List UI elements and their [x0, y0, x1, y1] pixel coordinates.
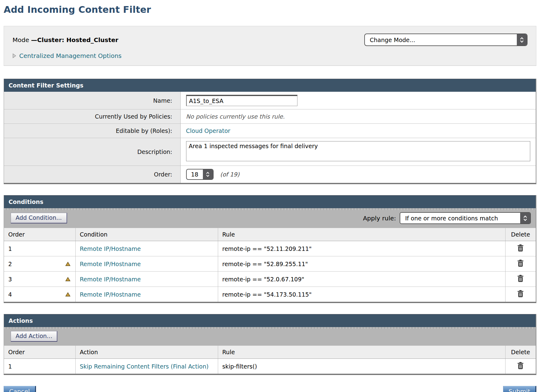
action-rule: skip-filters(): [218, 359, 505, 374]
change-mode-select[interactable]: Change Mode...: [364, 34, 527, 46]
apply-rule-select-value: If one or more conditions match: [400, 213, 503, 223]
col-rule: Rule: [218, 346, 505, 359]
editable-label: Editable by (Roles):: [4, 124, 180, 138]
mode-value: —Cluster: Hosted_Cluster: [31, 36, 118, 44]
settings-row-editable: Editable by (Roles): Cloud Operator: [4, 124, 536, 138]
mode-box: Mode —Cluster: Hosted_Cluster Change Mod…: [4, 26, 536, 66]
actions-table: Order Action Rule Delete 1 Skip Remainin…: [4, 346, 536, 374]
col-delete: Delete: [505, 346, 536, 359]
action-order: 1: [4, 359, 75, 374]
actions-panel: Actions Add Action... Order Action Rule …: [4, 314, 536, 375]
policies-label: Currently Used by Policies:: [4, 109, 180, 124]
delete-icon[interactable]: [517, 290, 524, 298]
actions-toolbar: Add Action...: [4, 327, 536, 346]
col-action: Action: [75, 346, 218, 359]
footer: Cancel Submit: [4, 386, 536, 392]
settings-row-order: Order: 18 (of 19): [4, 166, 536, 183]
add-action-button[interactable]: Add Action...: [11, 331, 57, 342]
condition-link[interactable]: Remote IP/Hostname: [80, 291, 141, 298]
centralized-management-row: Centralized Management Options: [13, 52, 527, 59]
delete-icon[interactable]: [517, 259, 524, 267]
add-condition-button[interactable]: Add Condition...: [11, 213, 67, 223]
select-stepper-icon: [520, 213, 530, 223]
select-stepper-icon: [517, 34, 527, 45]
condition-link[interactable]: Remote IP/Hostname: [80, 261, 141, 267]
condition-row: 4 Remote IP/Hostname remote-ip == "54.17…: [4, 287, 536, 302]
name-input[interactable]: [186, 95, 297, 106]
actions-header: Actions: [4, 314, 536, 327]
order-select-value: 18: [187, 169, 203, 179]
condition-order: 2: [8, 261, 12, 267]
order-select[interactable]: 18: [186, 169, 214, 180]
page-root: Add Incoming Content Filter Mode —Cluste…: [0, 0, 540, 392]
select-stepper-icon: [203, 169, 213, 179]
order-label: Order:: [4, 166, 180, 183]
delete-icon[interactable]: [517, 275, 524, 282]
settings-row-name: Name:: [4, 92, 536, 109]
settings-row-policies: Currently Used by Policies: No policies …: [4, 109, 536, 124]
cancel-button[interactable]: Cancel: [4, 386, 36, 392]
name-label: Name:: [4, 92, 180, 109]
condition-row: 3 Remote IP/Hostname remote-ip == "52.0.…: [4, 272, 536, 287]
col-rule: Rule: [218, 228, 505, 241]
conditions-toolbar: Add Condition... Apply rule: If one or m…: [4, 208, 536, 228]
apply-rule-select[interactable]: If one or more conditions match: [400, 212, 531, 224]
conditions-table-header-row: Order Condition Rule Delete: [4, 228, 536, 241]
condition-order: 4: [8, 291, 12, 298]
page-title: Add Incoming Content Filter: [4, 4, 536, 15]
actions-table-header-row: Order Action Rule Delete: [4, 346, 536, 359]
conditions-table: Order Condition Rule Delete 1 Remote IP/…: [4, 228, 536, 302]
expand-icon[interactable]: [13, 53, 16, 58]
col-order: Order: [4, 228, 75, 241]
action-row: 1 Skip Remaining Content Filters (Final …: [4, 359, 536, 374]
move-up-icon[interactable]: [65, 262, 70, 266]
centralized-management-options-link[interactable]: Centralized Management Options: [19, 52, 122, 59]
mode-label: Mode: [13, 36, 31, 44]
conditions-header: Conditions: [4, 195, 536, 208]
editable-roles-link[interactable]: Cloud Operator: [186, 127, 230, 134]
condition-rule: remote-ip == "52.0.67.109": [218, 272, 505, 287]
col-condition: Condition: [75, 228, 218, 241]
condition-row: 1 Remote IP/Hostname remote-ip == "52.11…: [4, 241, 536, 256]
policies-value: No policies currently use this rule.: [186, 113, 285, 120]
delete-icon[interactable]: [517, 362, 524, 369]
col-order: Order: [4, 346, 75, 359]
condition-rule: remote-ip == "52.11.209.211": [218, 241, 505, 256]
submit-button[interactable]: Submit: [503, 386, 536, 392]
order-of-note: (of 19): [220, 171, 239, 178]
description-textarea[interactable]: Area 1 inspected messages for final deli…: [186, 141, 530, 161]
change-mode-select-value: Change Mode...: [365, 34, 420, 45]
condition-rule: remote-ip == "52.89.255.11": [218, 256, 505, 272]
apply-rule-group: Apply rule: If one or more conditions ma…: [363, 212, 531, 224]
move-up-icon[interactable]: [65, 292, 70, 297]
conditions-panel: Conditions Add Condition... Apply rule: …: [4, 195, 536, 303]
col-delete: Delete: [505, 228, 536, 241]
move-up-icon[interactable]: [65, 277, 70, 281]
condition-order: 1: [4, 241, 75, 256]
condition-row: 2 Remote IP/Hostname remote-ip == "52.89…: [4, 256, 536, 272]
condition-link[interactable]: Remote IP/Hostname: [80, 245, 141, 252]
condition-order: 3: [8, 276, 12, 283]
condition-rule: remote-ip == "54.173.50.115": [218, 287, 505, 302]
condition-link[interactable]: Remote IP/Hostname: [80, 276, 141, 283]
mode-text: Mode —Cluster: Hosted_Cluster: [13, 36, 118, 44]
mode-row: Mode —Cluster: Hosted_Cluster Change Mod…: [13, 34, 527, 46]
apply-rule-label: Apply rule:: [363, 215, 396, 222]
delete-icon[interactable]: [517, 244, 524, 252]
description-label: Description:: [4, 138, 180, 166]
settings-row-description: Description: Area 1 inspected messages f…: [4, 138, 536, 166]
content-filter-settings-header: Content Filter Settings: [4, 79, 536, 92]
action-link[interactable]: Skip Remaining Content Filters (Final Ac…: [80, 363, 209, 370]
settings-table: Name: Currently Used by Policies: No pol…: [4, 92, 536, 183]
content-filter-settings-panel: Content Filter Settings Name: Currently …: [4, 79, 536, 184]
